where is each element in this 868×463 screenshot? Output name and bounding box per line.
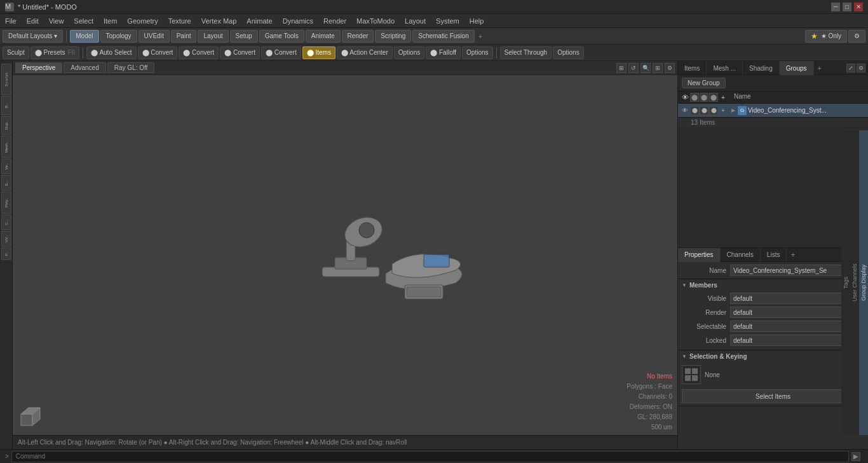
menu-geometry[interactable]: Geometry: [122, 14, 163, 28]
convert3-button[interactable]: ⬤ Convert: [220, 46, 260, 59]
menu-dynamics[interactable]: Dynamics: [278, 14, 318, 28]
menu-render[interactable]: Render: [318, 14, 351, 28]
rp-tab-items[interactable]: Items: [678, 61, 707, 75]
viewport-canvas[interactable]: No Items Polygons : Face Channels: 0 Def…: [13, 75, 677, 435]
ls-btn-dup[interactable]: Dup..: [1, 116, 11, 135]
tab-schematic-fusion[interactable]: Schematic Fusion: [412, 30, 474, 43]
sculpt-button[interactable]: Sculpt: [3, 46, 29, 59]
tab-setup[interactable]: Setup: [230, 30, 258, 43]
command-input[interactable]: [11, 451, 849, 462]
vp-ctrl-frame[interactable]: ⊞: [616, 63, 627, 73]
menu-layout[interactable]: Layout: [400, 14, 431, 28]
menu-edit[interactable]: Edit: [22, 14, 44, 28]
ls-btn-e[interactable]: E...: [1, 175, 11, 191]
select-through-button[interactable]: Select Through: [500, 46, 552, 59]
presets-button[interactable]: ⬤ Presets F6: [31, 46, 79, 59]
tab-model[interactable]: Model: [70, 30, 98, 43]
icon-col-3[interactable]: ⬤: [709, 93, 718, 102]
convert1-button[interactable]: ⬤ Convert: [138, 46, 178, 59]
items-button[interactable]: ⬤ Items: [302, 46, 336, 59]
ls-btn-uv[interactable]: UV..: [1, 231, 11, 247]
side-tab-tags[interactable]: Tags: [841, 130, 850, 435]
rp-settings-btn[interactable]: ⚙: [857, 64, 865, 73]
select-items-button[interactable]: Select Items: [682, 389, 864, 403]
tab-topology[interactable]: Topology: [100, 30, 137, 43]
command-expand-btn[interactable]: ▶: [851, 452, 860, 461]
convert2-button[interactable]: ⬤ Convert: [179, 46, 219, 59]
star-only-button[interactable]: ★ ★ Only: [805, 30, 847, 43]
app-icon: M: [5, 3, 14, 11]
ls-btn-f[interactable]: F..: [1, 247, 11, 260]
tab-game-tools[interactable]: Game Tools: [259, 30, 304, 43]
props-add-tab[interactable]: +: [787, 251, 799, 259]
menu-help[interactable]: Help: [465, 14, 489, 28]
icon-col-2[interactable]: ⬤: [700, 93, 709, 102]
tab-layout[interactable]: Layout: [198, 30, 228, 43]
menu-texture[interactable]: Texture: [163, 14, 196, 28]
rp-tab-mesh[interactable]: Mesh ...: [707, 61, 743, 75]
menu-file[interactable]: File: [0, 14, 22, 28]
ls-btn-c[interactable]: C...: [1, 214, 11, 230]
item-icon-2[interactable]: ⬤: [700, 106, 709, 115]
menu-system[interactable]: System: [431, 14, 465, 28]
props-tab-properties[interactable]: Properties: [678, 248, 721, 262]
rp-tab-shading[interactable]: Shading: [743, 61, 780, 75]
props-tab-channels[interactable]: Channels: [721, 248, 761, 262]
vp-ctrl-search[interactable]: 🔍: [641, 63, 651, 73]
vp-tab-raygl[interactable]: Ray GL: Off: [107, 62, 155, 73]
add-icon-col[interactable]: +: [719, 93, 728, 101]
ls-btn-sculpt[interactable]: Sculpt: [1, 64, 11, 95]
tab-paint[interactable]: Paint: [171, 30, 197, 43]
menu-maxtomodo[interactable]: MaxToModo: [351, 14, 400, 28]
separator: [66, 31, 67, 42]
menu-select[interactable]: Select: [69, 14, 98, 28]
item-expand-arrow[interactable]: ▶: [731, 107, 735, 113]
auto-select-button[interactable]: ⬤ Auto Select: [86, 46, 136, 59]
rp-tab-groups[interactable]: Groups: [780, 61, 814, 75]
side-tabs: Group Display User Channels Tags: [858, 130, 868, 435]
close-button[interactable]: ✕: [854, 3, 863, 11]
side-tab-user-channels[interactable]: User Channels: [850, 130, 859, 435]
ls-btn-b[interactable]: B..: [1, 96, 11, 115]
options3-button[interactable]: Options: [553, 46, 583, 59]
ls-btn-poly[interactable]: Poly..: [1, 191, 11, 214]
ls-btn-ve[interactable]: Ve..: [1, 158, 11, 174]
item-add-icon[interactable]: +: [719, 106, 728, 115]
falloff-button[interactable]: ⬤ Falloff: [426, 46, 461, 59]
ls-btn-mesh[interactable]: Mesh..: [1, 135, 11, 158]
menu-animate[interactable]: Animate: [241, 14, 277, 28]
vp-ctrl-settings[interactable]: ⚙: [665, 63, 675, 73]
action-center-button[interactable]: ⬤ Action Center: [337, 46, 393, 59]
default-layouts-dropdown[interactable]: Default Layouts ▾: [3, 30, 63, 43]
settings-button[interactable]: ⚙: [848, 30, 865, 43]
item-icon-1[interactable]: ⬤: [690, 106, 699, 115]
icon-col-1[interactable]: ⬤: [690, 93, 699, 102]
menu-vertex-map[interactable]: Vertex Map: [196, 14, 242, 28]
item-eye-icon[interactable]: 👁: [681, 106, 689, 115]
add-tab-icon[interactable]: +: [476, 32, 485, 40]
tab-animate[interactable]: Animate: [306, 30, 341, 43]
tab-render[interactable]: Render: [342, 30, 374, 43]
rp-expand-btn[interactable]: ⤢: [846, 64, 855, 73]
tab-uvedit[interactable]: UVEdit: [139, 30, 170, 43]
options1-button[interactable]: Options: [394, 46, 424, 59]
maximize-button[interactable]: □: [843, 3, 851, 11]
minimize-button[interactable]: ─: [831, 3, 840, 11]
items-group-row[interactable]: 👁 ⬤ ⬤ ⬤ + ▶ G Video_Conferencing_Syst...: [678, 104, 868, 118]
tab-scripting[interactable]: Scripting: [375, 30, 411, 43]
props-tab-lists[interactable]: Lists: [761, 248, 787, 262]
vp-tab-advanced[interactable]: Advanced: [64, 62, 105, 73]
viewport-corner-cube: [18, 404, 43, 430]
new-group-button[interactable]: New Group: [682, 78, 726, 88]
vp-ctrl-reset[interactable]: ↺: [628, 63, 639, 73]
vp-tab-perspective[interactable]: Perspective: [15, 62, 62, 73]
title-bar-controls[interactable]: ─ □ ✕: [831, 3, 863, 11]
vp-ctrl-grid[interactable]: ⊞: [653, 63, 663, 73]
menu-view[interactable]: View: [44, 14, 69, 28]
menu-item[interactable]: Item: [98, 14, 122, 28]
side-tab-group-display[interactable]: Group Display: [859, 130, 868, 435]
options2-button[interactable]: Options: [462, 46, 492, 59]
convert4-button[interactable]: ⬤ Convert: [261, 46, 301, 59]
rp-tab-add[interactable]: +: [814, 61, 825, 74]
item-icon-3[interactable]: ⬤: [709, 106, 718, 115]
